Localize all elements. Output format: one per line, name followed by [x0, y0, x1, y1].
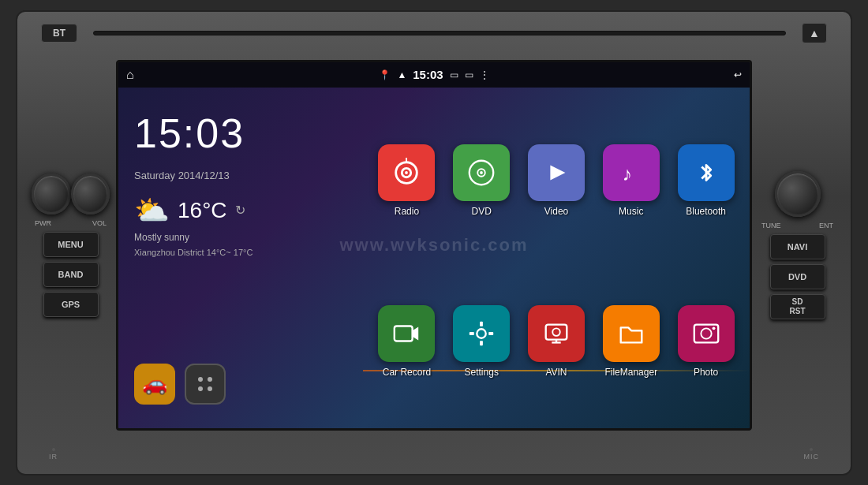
svg-point-25	[701, 328, 711, 338]
left-controls: PWR VOL MENU BAND GPS	[25, 173, 116, 317]
gps-button[interactable]: GPS	[43, 292, 99, 317]
settings-app[interactable]: Settings	[447, 264, 516, 419]
ir-label: IR	[49, 453, 58, 461]
svg-rect-20	[546, 324, 567, 339]
video-app-label: Video	[544, 206, 568, 217]
mic-dot	[810, 448, 813, 451]
vol-label: VOL	[92, 219, 107, 227]
car-record-app[interactable]: Car Record	[372, 264, 441, 419]
app-grid: RadioDVDVideo♪MusicBluetoothCar RecordSe…	[363, 94, 750, 428]
head-unit: BT ▲ PWR VOL MENU BAND GPS	[16, 10, 852, 476]
car-bottom-icon[interactable]: 🚗	[134, 364, 175, 405]
music-app-label: Music	[619, 206, 643, 217]
middle-section: PWR VOL MENU BAND GPS ⌂ 📍 ▲ 15:03	[25, 48, 843, 442]
svg-rect-18	[470, 332, 474, 335]
pwr-label: PWR	[35, 219, 51, 227]
bottom-icons-row: 🚗	[134, 364, 347, 412]
screen-icon: ▭	[450, 69, 458, 80]
navi-button[interactable]: NAVI	[770, 234, 825, 259]
ent-label: ENT	[819, 222, 833, 229]
avin-app-label: AVIN	[545, 367, 567, 378]
right-label-row: TUNE ENT	[758, 222, 836, 229]
refresh-icon[interactable]: ↻	[235, 203, 245, 218]
time-display: 15:03	[134, 110, 347, 157]
knob-labels-row: PWR VOL	[32, 219, 110, 227]
date-display: Saturday 2014/12/13	[134, 170, 347, 181]
sd-rst-button[interactable]: SDRST	[770, 294, 825, 319]
svg-rect-16	[480, 321, 483, 326]
screen-wrapper: ⌂ 📍 ▲ 15:03 ▭ ▭ ⋮ ↩	[116, 60, 752, 431]
mic-label: MIC	[804, 453, 820, 461]
eject-button[interactable]: ▲	[802, 23, 827, 43]
svg-rect-17	[480, 341, 483, 345]
status-bar-center: 📍 ▲ 15:03 ▭ ▭ ⋮	[379, 68, 488, 81]
svg-rect-19	[489, 332, 494, 335]
svg-point-21	[552, 328, 560, 336]
dvd-right-button[interactable]: DVD	[770, 264, 825, 289]
dots-bottom-icon[interactable]	[185, 364, 226, 405]
weather-row: ⛅ 16°C ↻	[134, 194, 347, 227]
dvd-app[interactable]: DVD	[447, 103, 516, 258]
svg-point-1	[208, 377, 212, 382]
right-controls: TUNE ENT NAVI DVD SDRST	[752, 171, 843, 319]
menu-button[interactable]: MENU	[43, 232, 99, 257]
right-knob-row	[758, 171, 836, 217]
photo-app[interactable]: Photo	[672, 264, 740, 419]
bottom-bar: IR MIC	[25, 442, 843, 466]
svg-marker-11	[550, 165, 565, 180]
weather-description: Mostly sunny	[134, 232, 347, 243]
location-icon: 📍	[379, 69, 391, 80]
video-app[interactable]: Video	[522, 103, 591, 258]
status-bar: ⌂ 📍 ▲ 15:03 ▭ ▭ ⋮ ↩	[118, 62, 750, 88]
svg-point-2	[198, 386, 203, 391]
back-icon[interactable]: ↩	[734, 69, 742, 80]
tune-label: TUNE	[761, 222, 781, 229]
radio-app-label: Radio	[395, 206, 419, 217]
music-app[interactable]: ♪Music	[597, 103, 665, 258]
bluetooth-app-label: Bluetooth	[686, 206, 726, 217]
left-panel: 15:03 Saturday 2014/12/13 ⛅ 16°C ↻ Mostl…	[118, 94, 363, 428]
temperature-display: 16°C	[178, 198, 227, 223]
svg-point-26	[712, 326, 715, 330]
svg-point-6	[405, 171, 408, 174]
cd-slot	[93, 31, 786, 35]
screen: ⌂ 📍 ▲ 15:03 ▭ ▭ ⋮ ↩	[116, 60, 752, 431]
file-manager-app[interactable]: FileManager	[597, 264, 665, 419]
svg-point-15	[477, 329, 485, 338]
band-button[interactable]: BAND	[43, 262, 99, 287]
weather-location: Xiangzhou District 14°C~ 17°C	[134, 248, 347, 257]
svg-text:♪: ♪	[622, 162, 631, 184]
battery-icon: ▭	[465, 69, 473, 80]
left-knob-row	[32, 173, 110, 215]
menu-dots-icon[interactable]: ⋮	[480, 69, 489, 80]
avin-app[interactable]: AVIN	[522, 264, 591, 419]
bluetooth-app[interactable]: Bluetooth	[672, 103, 740, 258]
car-record-app-label: Car Record	[383, 367, 431, 378]
settings-app-label: Settings	[465, 367, 499, 378]
radio-app[interactable]: Radio	[372, 103, 441, 258]
svg-point-10	[480, 171, 483, 174]
bt-button[interactable]: BT	[41, 24, 77, 43]
top-bar: BT ▲	[25, 18, 843, 48]
dvd-app-label: DVD	[472, 206, 492, 217]
status-bar-right: ↩	[489, 69, 742, 80]
status-bar-left: ⌂	[126, 68, 379, 82]
wifi-icon: ▲	[397, 69, 406, 80]
photo-app-label: Photo	[694, 367, 718, 378]
status-time: 15:03	[413, 68, 443, 81]
ir-dot	[52, 448, 55, 451]
right-knob[interactable]	[775, 171, 821, 217]
pwr-knob[interactable]	[32, 173, 71, 215]
svg-point-0	[198, 377, 203, 382]
svg-rect-13	[395, 326, 413, 341]
weather-section: ⛅ 16°C ↻ Mostly sunny Xiangzhou District…	[134, 194, 347, 257]
home-icon[interactable]: ⌂	[126, 68, 134, 82]
file-manager-app-label: FileManager	[604, 367, 657, 378]
svg-point-3	[208, 386, 212, 391]
vol-knob[interactable]	[71, 173, 110, 215]
weather-icon: ⛅	[134, 194, 170, 227]
